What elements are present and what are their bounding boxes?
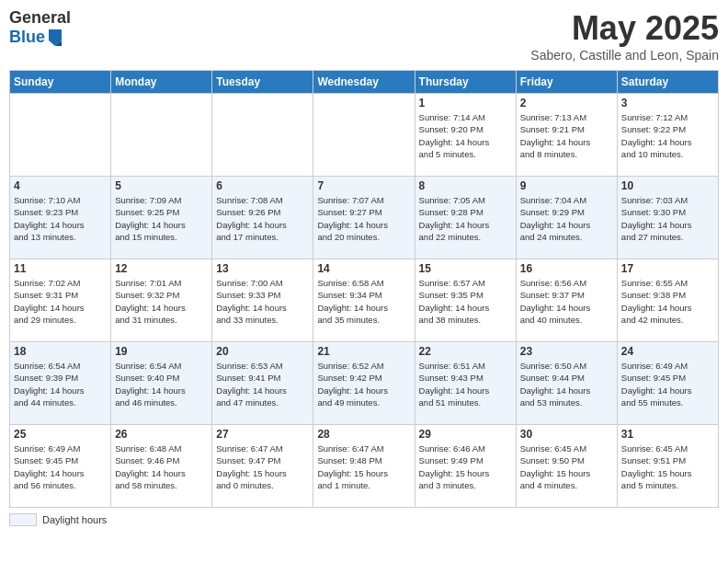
calendar-cell [212, 94, 313, 177]
calendar-cell: 2Sunrise: 7:13 AM Sunset: 9:21 PM Daylig… [516, 94, 617, 177]
day-info: Sunrise: 7:10 AM Sunset: 9:23 PM Dayligh… [14, 194, 107, 243]
legend: Daylight hours [9, 513, 719, 526]
calendar-cell: 14Sunrise: 6:58 AM Sunset: 9:34 PM Dayli… [313, 259, 415, 342]
day-info: Sunrise: 7:05 AM Sunset: 9:28 PM Dayligh… [419, 194, 512, 243]
header: General Blue May 2025 Sabero, Castille a… [9, 9, 719, 63]
day-number: 17 [621, 262, 714, 275]
calendar-cell: 25Sunrise: 6:49 AM Sunset: 9:45 PM Dayli… [10, 425, 111, 508]
logo-general: General [9, 9, 71, 28]
day-header: Monday [111, 71, 212, 94]
day-header: Sunday [10, 71, 111, 94]
calendar-cell: 17Sunrise: 6:55 AM Sunset: 9:38 PM Dayli… [617, 259, 718, 342]
day-info: Sunrise: 6:49 AM Sunset: 9:45 PM Dayligh… [621, 360, 714, 408]
day-number: 12 [115, 262, 208, 275]
day-info: Sunrise: 7:03 AM Sunset: 9:30 PM Dayligh… [621, 194, 714, 243]
day-number: 30 [520, 428, 613, 441]
calendar-cell: 6Sunrise: 7:08 AM Sunset: 9:26 PM Daylig… [212, 177, 313, 259]
day-info: Sunrise: 7:04 AM Sunset: 9:29 PM Dayligh… [520, 194, 613, 243]
logo-icon [47, 28, 63, 48]
day-info: Sunrise: 6:57 AM Sunset: 9:35 PM Dayligh… [419, 277, 512, 326]
day-number: 3 [621, 97, 714, 109]
calendar-table: SundayMondayTuesdayWednesdayThursdayFrid… [9, 70, 719, 508]
calendar-cell: 8Sunrise: 7:05 AM Sunset: 9:28 PM Daylig… [415, 177, 516, 259]
day-header: Wednesday [313, 71, 415, 94]
legend-box [9, 513, 37, 526]
day-header: Friday [516, 71, 617, 94]
day-info: Sunrise: 7:08 AM Sunset: 9:26 PM Dayligh… [216, 194, 309, 243]
calendar-cell: 13Sunrise: 7:00 AM Sunset: 9:33 PM Dayli… [212, 259, 313, 342]
day-info: Sunrise: 6:48 AM Sunset: 9:46 PM Dayligh… [115, 442, 208, 491]
day-info: Sunrise: 7:02 AM Sunset: 9:31 PM Dayligh… [14, 277, 107, 326]
day-info: Sunrise: 7:00 AM Sunset: 9:33 PM Dayligh… [216, 277, 309, 326]
calendar-cell: 9Sunrise: 7:04 AM Sunset: 9:29 PM Daylig… [516, 177, 617, 259]
legend-label: Daylight hours [42, 514, 107, 525]
day-number: 15 [419, 262, 512, 275]
day-info: Sunrise: 6:50 AM Sunset: 9:44 PM Dayligh… [520, 360, 613, 408]
day-info: Sunrise: 6:54 AM Sunset: 9:39 PM Dayligh… [14, 360, 107, 408]
day-number: 16 [520, 262, 613, 275]
day-info: Sunrise: 6:51 AM Sunset: 9:43 PM Dayligh… [419, 360, 512, 408]
day-number: 20 [216, 345, 309, 358]
calendar-cell: 21Sunrise: 6:52 AM Sunset: 9:42 PM Dayli… [313, 342, 415, 425]
day-number: 5 [115, 179, 208, 192]
calendar-cell [10, 94, 111, 177]
calendar-cell: 7Sunrise: 7:07 AM Sunset: 9:27 PM Daylig… [313, 177, 415, 259]
day-number: 22 [419, 345, 512, 358]
day-info: Sunrise: 6:45 AM Sunset: 9:51 PM Dayligh… [621, 442, 714, 491]
calendar-cell: 30Sunrise: 6:45 AM Sunset: 9:50 PM Dayli… [516, 425, 617, 508]
calendar-cell [313, 94, 415, 177]
day-number: 11 [14, 262, 107, 275]
calendar-cell: 11Sunrise: 7:02 AM Sunset: 9:31 PM Dayli… [10, 259, 111, 342]
day-number: 2 [520, 97, 613, 109]
day-number: 10 [621, 179, 714, 192]
logo: General Blue [9, 9, 71, 48]
calendar-cell: 22Sunrise: 6:51 AM Sunset: 9:43 PM Dayli… [415, 342, 516, 425]
title-area: May 2025 Sabero, Castille and Leon, Spai… [530, 9, 719, 63]
day-info: Sunrise: 7:14 AM Sunset: 9:20 PM Dayligh… [419, 111, 512, 160]
calendar-cell: 31Sunrise: 6:45 AM Sunset: 9:51 PM Dayli… [617, 425, 718, 508]
day-number: 27 [216, 428, 309, 441]
day-info: Sunrise: 6:54 AM Sunset: 9:40 PM Dayligh… [115, 360, 208, 408]
day-info: Sunrise: 7:13 AM Sunset: 9:21 PM Dayligh… [520, 111, 613, 160]
calendar-cell: 10Sunrise: 7:03 AM Sunset: 9:30 PM Dayli… [617, 177, 718, 259]
day-number: 24 [621, 345, 714, 358]
day-info: Sunrise: 6:52 AM Sunset: 9:42 PM Dayligh… [317, 360, 410, 408]
calendar-week-row: 18Sunrise: 6:54 AM Sunset: 9:39 PM Dayli… [10, 342, 719, 425]
subtitle: Sabero, Castille and Leon, Spain [530, 48, 719, 63]
day-number: 13 [216, 262, 309, 275]
day-number: 21 [317, 345, 410, 358]
calendar-cell: 16Sunrise: 6:56 AM Sunset: 9:37 PM Dayli… [516, 259, 617, 342]
day-info: Sunrise: 6:49 AM Sunset: 9:45 PM Dayligh… [14, 442, 107, 491]
calendar-cell: 15Sunrise: 6:57 AM Sunset: 9:35 PM Dayli… [415, 259, 516, 342]
day-number: 29 [419, 428, 512, 441]
calendar-cell [111, 94, 212, 177]
calendar-week-row: 4Sunrise: 7:10 AM Sunset: 9:23 PM Daylig… [10, 177, 719, 259]
day-number: 9 [520, 179, 613, 192]
day-info: Sunrise: 6:53 AM Sunset: 9:41 PM Dayligh… [216, 360, 309, 408]
day-number: 1 [419, 97, 512, 109]
day-number: 31 [621, 428, 714, 441]
day-header: Tuesday [212, 71, 313, 94]
day-number: 28 [317, 428, 410, 441]
day-number: 14 [317, 262, 410, 275]
day-info: Sunrise: 7:09 AM Sunset: 9:25 PM Dayligh… [115, 194, 208, 243]
calendar-cell: 23Sunrise: 6:50 AM Sunset: 9:44 PM Dayli… [516, 342, 617, 425]
day-number: 6 [216, 179, 309, 192]
calendar-cell: 12Sunrise: 7:01 AM Sunset: 9:32 PM Dayli… [111, 259, 212, 342]
calendar-cell: 3Sunrise: 7:12 AM Sunset: 9:22 PM Daylig… [617, 94, 718, 177]
day-header: Saturday [617, 71, 718, 94]
calendar-cell: 18Sunrise: 6:54 AM Sunset: 9:39 PM Dayli… [10, 342, 111, 425]
day-info: Sunrise: 6:55 AM Sunset: 9:38 PM Dayligh… [621, 277, 714, 326]
day-number: 8 [419, 179, 512, 192]
day-number: 19 [115, 345, 208, 358]
logo-blue: Blue [9, 29, 45, 47]
day-info: Sunrise: 7:01 AM Sunset: 9:32 PM Dayligh… [115, 277, 208, 326]
day-number: 26 [115, 428, 208, 441]
calendar-cell: 26Sunrise: 6:48 AM Sunset: 9:46 PM Dayli… [111, 425, 212, 508]
calendar-cell: 1Sunrise: 7:14 AM Sunset: 9:20 PM Daylig… [415, 94, 516, 177]
calendar-week-row: 11Sunrise: 7:02 AM Sunset: 9:31 PM Dayli… [10, 259, 719, 342]
calendar-cell: 5Sunrise: 7:09 AM Sunset: 9:25 PM Daylig… [111, 177, 212, 259]
day-number: 23 [520, 345, 613, 358]
calendar-week-row: 25Sunrise: 6:49 AM Sunset: 9:45 PM Dayli… [10, 425, 719, 508]
day-header: Thursday [415, 71, 516, 94]
